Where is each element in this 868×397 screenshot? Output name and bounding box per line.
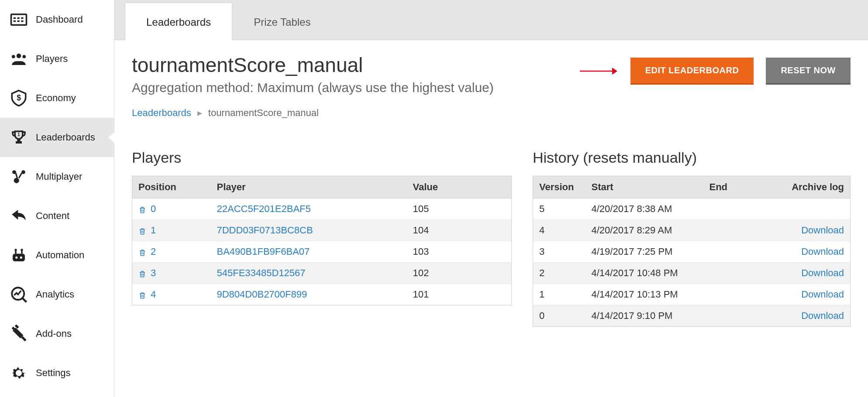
- svg-point-17: [20, 257, 22, 259]
- table-row: 54/20/2017 8:38 AM: [533, 198, 851, 220]
- download-link[interactable]: Download: [801, 310, 844, 321]
- col-position: Position: [132, 176, 211, 198]
- sidebar: Dashboard Players $ Economy 1 Leaderboar…: [0, 0, 114, 397]
- version-cell: 4: [533, 220, 586, 241]
- archive-cell: Download: [776, 220, 851, 241]
- breadcrumb-root-link[interactable]: Leaderboards: [132, 107, 191, 119]
- archive-cell: [776, 198, 851, 220]
- col-version: Version: [533, 176, 586, 198]
- tab-prize-tables[interactable]: Prize Tables: [232, 3, 332, 40]
- sidebar-item-dashboard[interactable]: Dashboard: [0, 0, 114, 39]
- svg-rect-4: [14, 21, 16, 22]
- sidebar-item-label: Content: [36, 210, 69, 222]
- player-link[interactable]: BA490B1FB9F6BA07: [217, 246, 310, 257]
- tab-leaderboards[interactable]: Leaderboards: [125, 3, 232, 40]
- main-content: Leaderboards Prize Tables tournamentScor…: [114, 0, 868, 397]
- archive-cell: Download: [776, 241, 851, 263]
- sidebar-item-settings[interactable]: Settings: [0, 353, 114, 393]
- table-row: 24/14/2017 10:48 PMDownload: [533, 263, 851, 284]
- table-row: 34/19/2017 7:25 PMDownload: [533, 241, 851, 263]
- sidebar-item-players[interactable]: Players: [0, 39, 114, 79]
- sidebar-item-automation[interactable]: Automation: [0, 236, 114, 275]
- sidebar-item-multiplayer[interactable]: Multiplayer: [0, 157, 114, 196]
- dashboard-icon: [10, 10, 28, 29]
- player-link[interactable]: 9D804D0B2700F899: [217, 289, 307, 300]
- analytics-icon: [10, 285, 28, 304]
- col-player: Player: [211, 176, 407, 198]
- end-cell: [703, 263, 776, 284]
- value-cell: 101: [407, 284, 512, 305]
- trash-icon[interactable]: [138, 269, 146, 277]
- automation-icon: [10, 246, 28, 264]
- archive-cell: Download: [776, 284, 851, 305]
- players-table: Position Player Value 022ACC5F201E2BAF51…: [132, 176, 512, 305]
- sidebar-item-economy[interactable]: $ Economy: [0, 79, 114, 118]
- archive-cell: Download: [776, 263, 851, 284]
- end-cell: [703, 305, 776, 327]
- table-row: 022ACC5F201E2BAF5105: [132, 198, 512, 220]
- table-row: 44/20/2017 8:29 AMDownload: [533, 220, 851, 241]
- sidebar-item-label: Add-ons: [36, 328, 72, 339]
- sidebar-item-analytics[interactable]: Analytics: [0, 275, 114, 314]
- svg-point-14: [14, 178, 19, 183]
- reset-now-button[interactable]: RESET NOW: [766, 58, 851, 85]
- player-link[interactable]: 22ACC5F201E2BAF5: [217, 203, 311, 214]
- settings-icon: [10, 364, 28, 382]
- trash-icon[interactable]: [138, 291, 146, 298]
- position-link[interactable]: 1: [151, 225, 156, 236]
- svg-point-8: [12, 55, 15, 58]
- download-link[interactable]: Download: [801, 246, 844, 257]
- svg-text:$: $: [17, 93, 21, 102]
- table-row: 04/14/2017 9:10 PMDownload: [533, 305, 851, 327]
- end-cell: [703, 241, 776, 263]
- download-link[interactable]: Download: [801, 289, 844, 300]
- svg-line-26: [22, 337, 26, 341]
- svg-line-23: [23, 298, 27, 302]
- sidebar-item-label: Leaderboards: [36, 132, 95, 143]
- trash-icon[interactable]: [138, 226, 146, 234]
- svg-point-7: [17, 54, 21, 58]
- history-table: Version Start End Archive log 54/20/2017…: [533, 176, 851, 327]
- col-value: Value: [407, 176, 512, 198]
- col-end: End: [703, 176, 776, 198]
- player-link[interactable]: 7DDD03F0713BC8CB: [217, 225, 313, 236]
- start-cell: 4/14/2017 10:13 PM: [586, 284, 703, 305]
- sidebar-item-label: Economy: [36, 92, 76, 104]
- table-row: 3545FE33485D12567102: [132, 263, 512, 284]
- position-link[interactable]: 3: [151, 267, 156, 279]
- sidebar-item-label: Analytics: [36, 289, 74, 300]
- page-subtitle: Aggregation method: Maximum (always use …: [132, 80, 494, 95]
- breadcrumb-current: tournamentScore_manual: [208, 107, 319, 119]
- tab-bar: Leaderboards Prize Tables: [114, 0, 868, 40]
- end-cell: [703, 220, 776, 241]
- edit-leaderboard-button[interactable]: EDIT LEADERBOARD: [630, 58, 754, 85]
- sidebar-item-leaderboards[interactable]: 1 Leaderboards: [0, 118, 114, 157]
- table-row: 14/14/2017 10:13 PMDownload: [533, 284, 851, 305]
- download-link[interactable]: Download: [801, 225, 844, 236]
- page-title: tournamentScore_manual: [132, 53, 494, 77]
- version-cell: 5: [533, 198, 586, 220]
- end-cell: [703, 284, 776, 305]
- trash-icon[interactable]: [138, 205, 146, 213]
- table-row: 17DDD03F0713BC8CB104: [132, 220, 512, 241]
- sidebar-item-label: Dashboard: [36, 14, 83, 25]
- download-link[interactable]: Download: [801, 267, 844, 278]
- sidebar-item-content[interactable]: Content: [0, 196, 114, 236]
- players-panel: Players Position Player Value 022ACC5F20…: [132, 149, 512, 327]
- start-cell: 4/20/2017 8:38 AM: [586, 198, 703, 220]
- sidebar-item-addons[interactable]: Add-ons: [0, 314, 114, 353]
- svg-rect-1: [14, 17, 16, 19]
- svg-point-20: [14, 249, 17, 251]
- chevron-right-icon: ▶: [197, 110, 202, 116]
- start-cell: 4/20/2017 8:29 AM: [586, 220, 703, 241]
- version-cell: 2: [533, 263, 586, 284]
- economy-icon: $: [10, 89, 28, 107]
- position-link[interactable]: 4: [151, 289, 156, 300]
- svg-rect-0: [11, 14, 27, 25]
- trash-icon[interactable]: [138, 248, 146, 256]
- leaderboards-icon: 1: [10, 128, 28, 147]
- position-link[interactable]: 2: [151, 246, 156, 257]
- sidebar-item-label: Settings: [36, 367, 71, 379]
- player-link[interactable]: 545FE33485D12567: [217, 267, 306, 278]
- position-link[interactable]: 0: [151, 203, 156, 215]
